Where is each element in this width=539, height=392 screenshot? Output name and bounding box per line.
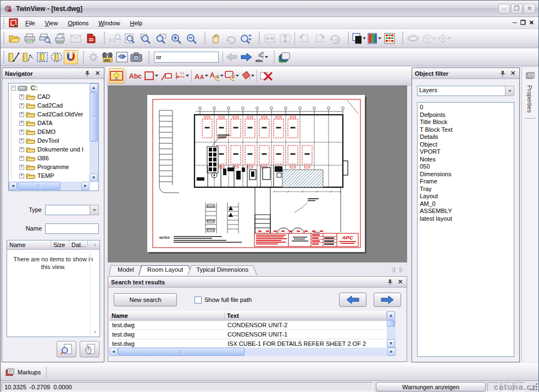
- open-file-button[interactable]: [7, 31, 22, 46]
- markup-text-button[interactable]: Abc: [128, 68, 143, 83]
- layer-item[interactable]: 050: [420, 163, 512, 171]
- zoom-selection-button[interactable]: [153, 31, 169, 46]
- display-bw-button[interactable]: [351, 31, 366, 46]
- menu-file[interactable]: File: [20, 18, 40, 28]
- folder-tree[interactable]: - C: +CAD +Cad2Cad +Cad2Cad.OldVer +DATA…: [8, 83, 99, 191]
- fit-height-button[interactable]: [277, 31, 293, 46]
- search-forward-button[interactable]: [239, 50, 253, 64]
- settings-gear-button[interactable]: [86, 50, 101, 64]
- toolbar-grip[interactable]: [2, 51, 5, 63]
- menu-view[interactable]: View: [40, 18, 63, 28]
- maximize-button[interactable]: ❐: [511, 4, 523, 14]
- collapse-icon[interactable]: -: [11, 86, 16, 91]
- layer-item[interactable]: ASSEMBLY: [420, 208, 512, 215]
- expand-icon[interactable]: +: [19, 138, 24, 143]
- result-row[interactable]: test.dwgCONDENSOR UNIT-1: [109, 330, 387, 339]
- mdi-close-button[interactable]: ✕: [529, 19, 534, 26]
- markup-shape-button[interactable]: [143, 68, 159, 83]
- close-button[interactable]: ✕: [524, 4, 535, 14]
- pin-icon[interactable]: [84, 70, 91, 77]
- layer-item[interactable]: Dimensions: [420, 171, 512, 178]
- close-icon[interactable]: ✕: [397, 278, 404, 285]
- layer-item[interactable]: Title Block: [420, 119, 512, 126]
- expand-icon[interactable]: +: [19, 156, 24, 161]
- tree-item[interactable]: +DevTool: [9, 136, 89, 145]
- tree-item[interactable]: +DATA: [9, 119, 89, 127]
- markup-fill-color-button[interactable]: [240, 68, 255, 83]
- layer-item[interactable]: T Block Text: [420, 126, 512, 134]
- markups-tab[interactable]: Markups: [18, 369, 41, 376]
- expand-icon[interactable]: +: [19, 94, 24, 99]
- mdi-restore-button[interactable]: ❐: [520, 19, 526, 26]
- expand-icon[interactable]: +: [19, 173, 24, 178]
- zoom-1-1-button[interactable]: 1:1: [107, 31, 123, 46]
- mdi-minimize-button[interactable]: ─: [513, 19, 517, 26]
- zoom-dynamic-button[interactable]: [238, 31, 254, 46]
- layer-item[interactable]: Tray: [420, 186, 512, 193]
- text-search-settings-button[interactable]: abc: [253, 49, 269, 65]
- tree-item-root[interactable]: - C:: [9, 83, 89, 92]
- rotate-angle-button[interactable]: α: [327, 31, 343, 46]
- tree-item[interactable]: +TEMP: [9, 171, 89, 180]
- quick-search-input[interactable]: [154, 52, 219, 63]
- pin-icon[interactable]: [499, 70, 506, 77]
- column-header-text[interactable]: Text: [225, 311, 387, 320]
- snapshot-camera-button[interactable]: [129, 50, 143, 64]
- rotate-right-button[interactable]: [312, 31, 327, 46]
- orbit-3d-button[interactable]: [405, 31, 421, 46]
- results-hscrollbar[interactable]: ◄ ►: [109, 348, 396, 356]
- tab-model[interactable]: Model: [109, 264, 143, 275]
- expand-icon[interactable]: +: [19, 147, 24, 152]
- batch-print-button[interactable]: [53, 31, 68, 46]
- layer-item[interactable]: Notes: [420, 156, 512, 164]
- tree-item[interactable]: +Programme: [9, 163, 89, 171]
- pin-icon[interactable]: [386, 278, 393, 285]
- rotate-left-button[interactable]: [297, 31, 312, 46]
- layers-listbox[interactable]: 0 Defpoints Title Block T Block Text Det…: [417, 102, 514, 357]
- fit-width-button[interactable]: [262, 31, 277, 46]
- file-list[interactable]: Name Size Dat... There are no items to s…: [7, 240, 100, 337]
- filter-type-combo-arrow[interactable]: [505, 86, 514, 96]
- toolbar-grip[interactable]: [258, 32, 260, 45]
- compare-files-button[interactable]: [115, 50, 129, 64]
- toolbar-grip[interactable]: [203, 32, 206, 45]
- measure-distance-button[interactable]: [7, 50, 21, 64]
- result-row[interactable]: test.dwgCONDENSOR UNIT-2: [109, 321, 387, 330]
- measure-polyline-button[interactable]: [21, 50, 35, 64]
- print-preview-button[interactable]: [37, 31, 53, 46]
- zoom-extents-button[interactable]: [123, 31, 138, 46]
- find-text-button[interactable]: abc: [101, 50, 115, 64]
- find-files-button[interactable]: [57, 341, 76, 357]
- close-icon[interactable]: ✕: [94, 70, 101, 77]
- tree-item[interactable]: +Cad2Cad.OldVer: [9, 110, 89, 119]
- type-combo[interactable]: [45, 205, 90, 215]
- expand-icon[interactable]: +: [19, 121, 24, 126]
- markup-font-color-button[interactable]: A: [209, 68, 224, 83]
- tree-item[interactable]: +i386: [9, 154, 89, 163]
- toolbar-grip[interactable]: [401, 32, 404, 45]
- toolbar-grip[interactable]: [273, 51, 275, 63]
- file-list-vscrollbar[interactable]: ▲ ▼: [90, 240, 99, 337]
- toolbar-grip[interactable]: [82, 51, 85, 63]
- layer-item[interactable]: AM_0: [420, 200, 512, 208]
- close-icon[interactable]: ✕: [509, 70, 516, 77]
- expand-icon[interactable]: +: [19, 103, 24, 108]
- menu-grip[interactable]: [2, 19, 5, 27]
- zoom-window-button[interactable]: [138, 31, 153, 46]
- markup-callout-button[interactable]: [159, 68, 174, 83]
- snap-magnet-button[interactable]: [64, 50, 78, 64]
- resize-grip[interactable]: [530, 383, 538, 391]
- expand-icon[interactable]: +: [19, 130, 24, 135]
- zoom-in-button[interactable]: [169, 31, 184, 46]
- menu-window[interactable]: Window: [93, 18, 125, 28]
- tree-item[interactable]: +DEMO: [9, 127, 89, 136]
- toolbar-grip[interactable]: [347, 32, 349, 45]
- send-mail-button[interactable]: [68, 31, 84, 46]
- search-results-table[interactable]: Name Text test.dwgCONDENSOR UNIT-2 test.…: [109, 311, 387, 348]
- menu-options[interactable]: Options: [63, 18, 93, 28]
- tree-item[interactable]: +Cad2Cad: [9, 101, 89, 110]
- markup-dimension-button[interactable]: 0.1: [174, 68, 190, 83]
- tree-item[interactable]: +CAD: [9, 92, 89, 101]
- layer-item[interactable]: Details: [420, 133, 512, 141]
- minimize-button[interactable]: ─: [498, 4, 510, 14]
